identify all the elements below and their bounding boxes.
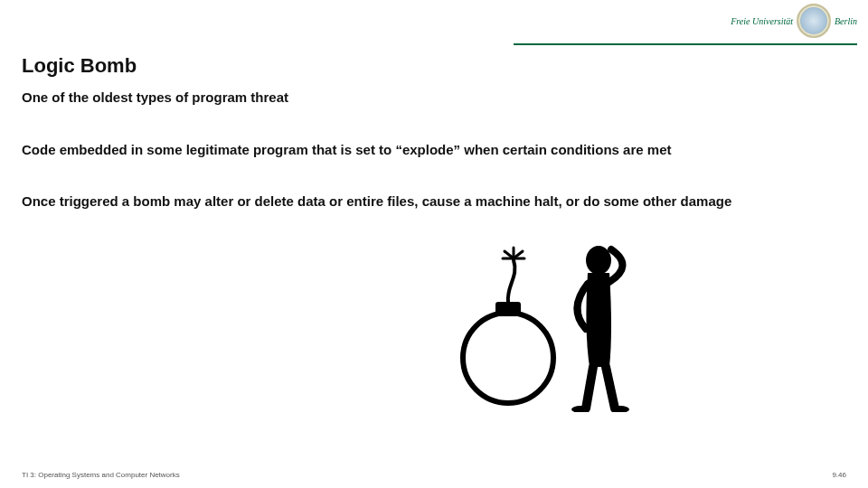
institution-name-left: Freie Universität xyxy=(731,16,793,26)
bomb-person-illustration xyxy=(443,231,660,412)
header-divider xyxy=(514,43,857,45)
university-seal-icon xyxy=(797,4,831,38)
bullet-1: One of the oldest types of program threa… xyxy=(22,89,846,107)
svg-rect-1 xyxy=(495,302,521,316)
institution-name-right: Berlin xyxy=(835,16,857,26)
footer-page-number: 9.46 xyxy=(832,471,846,479)
slide-footer: TI 3: Operating Systems and Computer Net… xyxy=(22,471,846,479)
slide-title: Logic Bomb xyxy=(22,54,137,78)
bullet-3: Once triggered a bomb may alter or delet… xyxy=(22,192,846,211)
logo-text-row: Freie Universität Berlin xyxy=(731,4,857,38)
bullet-2: Code embedded in some legitimate program… xyxy=(22,141,846,159)
svg-point-0 xyxy=(463,313,553,403)
footer-left: TI 3: Operating Systems and Computer Net… xyxy=(22,471,180,479)
university-logo: Freie Universität Berlin xyxy=(731,4,857,38)
svg-point-7 xyxy=(586,246,611,275)
slide-body: One of the oldest types of program threa… xyxy=(22,89,846,245)
slide: Freie Universität Berlin Logic Bomb One … xyxy=(0,0,868,488)
